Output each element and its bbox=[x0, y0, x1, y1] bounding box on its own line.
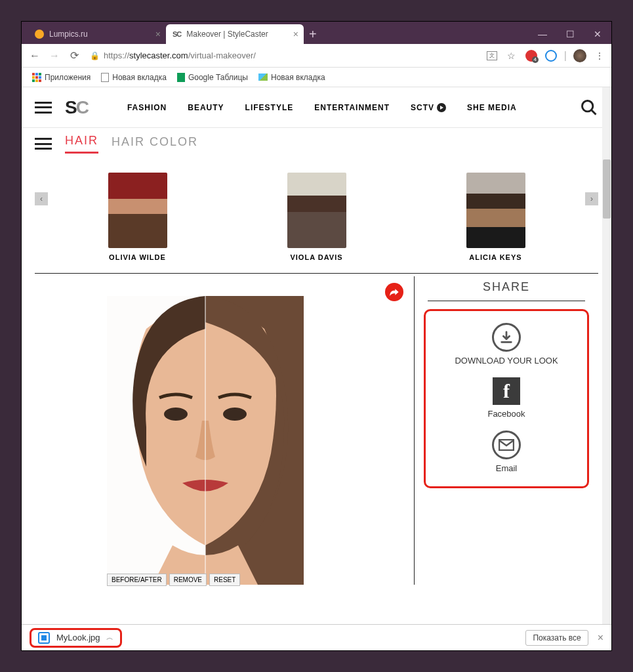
svg-point-4 bbox=[164, 408, 188, 421]
image-icon bbox=[258, 74, 268, 81]
share-column: SHARE DOWNLOAD YOUR LOOK f Facebook bbox=[415, 276, 598, 585]
page-content: SC FASHION BEAUTY LIFESTYLE ENTERTAINMEN… bbox=[22, 87, 611, 624]
apps-icon bbox=[32, 73, 41, 82]
canvas-toolbar: BEFORE/AFTER REMOVE RESET bbox=[107, 574, 240, 586]
celebrity-card[interactable]: VIOLA DAVIS bbox=[287, 173, 346, 261]
maximize-button[interactable]: ☐ bbox=[556, 24, 584, 44]
menu-icon[interactable] bbox=[35, 102, 52, 114]
celebrity-photo bbox=[466, 173, 525, 248]
minimize-button[interactable]: — bbox=[529, 24, 556, 44]
share-panel: DOWNLOAD YOUR LOOK f Facebook Email bbox=[424, 309, 589, 488]
close-icon[interactable]: × bbox=[155, 29, 161, 39]
bookmark-label: Новая вкладка bbox=[271, 73, 325, 82]
toolbar-icons: 文 ☆ | ⋮ bbox=[485, 49, 606, 62]
email-share-button[interactable]: Email bbox=[431, 430, 582, 473]
site-header: SC FASHION BEAUTY LIFESTYLE ENTERTAINMEN… bbox=[22, 87, 611, 128]
new-tab-button[interactable]: + bbox=[309, 27, 317, 42]
site-logo[interactable]: SC bbox=[65, 97, 88, 118]
menu-icon[interactable] bbox=[35, 138, 52, 150]
tab-title: Makeover | StyleCaster bbox=[186, 30, 268, 39]
tab-stylecaster[interactable]: SC Makeover | StyleCaster × bbox=[166, 24, 304, 44]
tab-strip: Lumpics.ru × SC Makeover | StyleCaster ×… bbox=[28, 24, 317, 44]
file-icon bbox=[38, 632, 50, 644]
show-all-button[interactable]: Показать все bbox=[525, 630, 588, 646]
nav-beauty[interactable]: BEAUTY bbox=[188, 103, 224, 112]
download-filename: MyLook.jpg bbox=[56, 633, 100, 642]
divider bbox=[35, 273, 598, 274]
email-label: Email bbox=[431, 463, 582, 473]
apps-label: Приложения bbox=[45, 73, 91, 82]
address-bar: ← → ⟳ 🔒 https:// stylecaster.com /virtua… bbox=[22, 44, 611, 68]
celebrity-gallery: ‹ OLIVIA WILDE VIOLA DAVIS ALICIA KEYS › bbox=[22, 159, 611, 270]
forward-button[interactable]: → bbox=[47, 48, 62, 64]
close-button[interactable]: ✕ bbox=[584, 24, 611, 44]
bookmark-item[interactable]: Google Таблицы bbox=[173, 72, 252, 83]
url-path: /virtual-makeover/ bbox=[188, 51, 256, 60]
profile-avatar[interactable] bbox=[573, 49, 586, 62]
nav-shemedia[interactable]: SHE MEDIA bbox=[467, 103, 517, 112]
translate-icon[interactable]: 文 bbox=[485, 49, 499, 62]
primary-nav: FASHION BEAUTY LIFESTYLE ENTERTAINMENT S… bbox=[127, 103, 517, 112]
scrollbar-thumb[interactable] bbox=[603, 159, 611, 219]
celebrity-photo bbox=[108, 173, 167, 248]
facebook-icon: f bbox=[493, 377, 520, 405]
celebrity-card[interactable]: ALICIA KEYS bbox=[466, 173, 525, 261]
bookmark-star-icon[interactable]: ☆ bbox=[505, 49, 518, 62]
chevron-up-icon[interactable]: ︿ bbox=[106, 633, 113, 642]
favicon-lumpics bbox=[35, 30, 44, 39]
tab-lumpics[interactable]: Lumpics.ru × bbox=[28, 24, 166, 44]
celebrity-name: OLIVIA WILDE bbox=[108, 253, 167, 261]
close-icon[interactable]: × bbox=[293, 29, 298, 39]
apps-shortcut[interactable]: Приложения bbox=[28, 72, 94, 83]
download-chip[interactable]: MyLook.jpg ︿ bbox=[30, 628, 122, 648]
extension-icon[interactable] bbox=[525, 49, 538, 62]
back-button[interactable]: ← bbox=[27, 48, 43, 64]
nav-entertainment[interactable]: ENTERTAINMENT bbox=[314, 103, 390, 112]
page-icon bbox=[101, 73, 109, 82]
remove-button[interactable]: REMOVE bbox=[169, 574, 207, 586]
scrollbar[interactable] bbox=[602, 87, 611, 624]
search-icon[interactable] bbox=[580, 98, 598, 117]
globe-icon[interactable] bbox=[544, 49, 558, 62]
nav-fashion[interactable]: FASHION bbox=[127, 103, 167, 112]
reset-button[interactable]: RESET bbox=[209, 574, 240, 586]
url-field[interactable]: 🔒 https:// stylecaster.com /virtual-make… bbox=[86, 51, 481, 60]
model-face[interactable] bbox=[107, 296, 304, 585]
celebrity-photo bbox=[287, 173, 346, 248]
separator: | bbox=[564, 50, 567, 62]
carousel-next-button[interactable]: › bbox=[585, 192, 598, 205]
svg-point-0 bbox=[582, 100, 593, 111]
bookmarks-bar: Приложения Новая вкладка Google Таблицы … bbox=[22, 68, 611, 87]
nav-sctv[interactable]: SCTV bbox=[411, 103, 446, 112]
share-button[interactable] bbox=[385, 283, 403, 301]
celebrity-name: ALICIA KEYS bbox=[466, 253, 525, 261]
reload-button[interactable]: ⟳ bbox=[66, 48, 82, 64]
menu-button[interactable]: ⋮ bbox=[593, 49, 606, 62]
nav-lifestyle[interactable]: LIFESTYLE bbox=[245, 103, 294, 112]
close-icon[interactable]: × bbox=[598, 632, 603, 644]
bookmark-item[interactable]: Новая вкладка bbox=[255, 72, 329, 83]
carousel-prev-button[interactable]: ‹ bbox=[35, 192, 48, 205]
favicon-stylecaster: SC bbox=[173, 30, 181, 38]
bookmark-label: Google Таблицы bbox=[188, 73, 248, 82]
svg-line-1 bbox=[592, 110, 596, 114]
celebrity-card[interactable]: OLIVIA WILDE bbox=[108, 173, 167, 261]
tab-hair-color[interactable]: HAIR COLOR bbox=[112, 135, 198, 153]
makeover-canvas: BEFORE/AFTER REMOVE RESET bbox=[35, 276, 415, 585]
svg-point-5 bbox=[223, 408, 247, 421]
window-controls: — ☐ ✕ bbox=[529, 24, 611, 44]
url-scheme: https:// bbox=[104, 51, 129, 60]
bookmark-item[interactable]: Новая вкладка bbox=[97, 72, 171, 83]
download-icon bbox=[492, 323, 521, 352]
downloads-bar: MyLook.jpg ︿ Показать все × bbox=[22, 624, 611, 650]
sheets-icon bbox=[177, 73, 185, 82]
url-host: stylecaster.com bbox=[129, 51, 188, 60]
celebrity-name: VIOLA DAVIS bbox=[287, 253, 346, 261]
tab-hair[interactable]: HAIR bbox=[65, 134, 98, 154]
download-look-button[interactable]: DOWNLOAD YOUR LOOK bbox=[431, 323, 582, 366]
bookmark-label: Новая вкладка bbox=[112, 73, 167, 82]
facebook-share-button[interactable]: f Facebook bbox=[431, 377, 582, 419]
workspace: BEFORE/AFTER REMOVE RESET SHARE DOWNLOAD… bbox=[22, 276, 611, 585]
facebook-label: Facebook bbox=[431, 409, 582, 419]
before-after-button[interactable]: BEFORE/AFTER bbox=[107, 574, 167, 586]
